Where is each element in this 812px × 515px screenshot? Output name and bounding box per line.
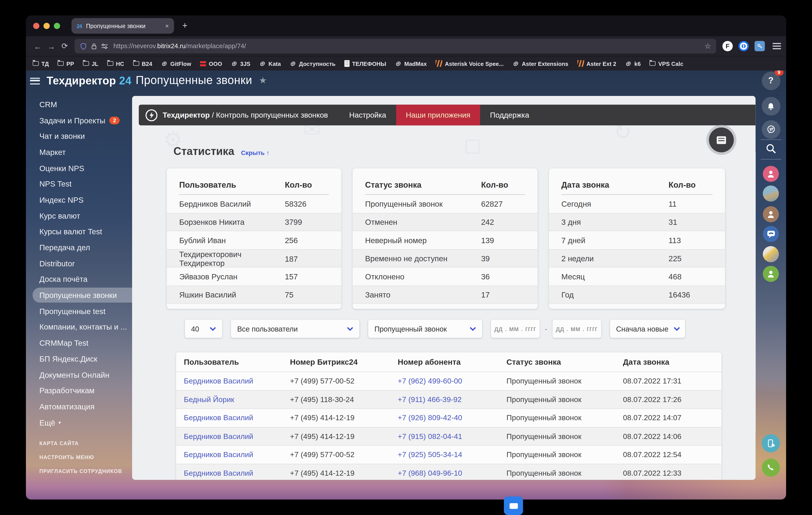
blue-widget[interactable] [504, 496, 523, 515]
avatar-photo-group[interactable] [763, 246, 779, 262]
avatar[interactable] [763, 266, 779, 282]
key-extension-icon[interactable] [755, 41, 765, 51]
user-link[interactable]: Бердников Василий [184, 451, 290, 459]
bookmark-item[interactable]: НС [107, 60, 124, 66]
phone-icon [766, 463, 775, 472]
bookmark-item[interactable]: MadMax [395, 60, 427, 67]
url-text[interactable]: https://neverov.bitrix24.ru/marketplace/… [113, 43, 700, 50]
onepassword-icon[interactable] [738, 41, 749, 51]
permissions-icon[interactable] [101, 43, 108, 49]
abonent-number-link[interactable]: +7 (911) 466-39-92 [398, 395, 506, 404]
sidebar-menu-item[interactable]: CRMMap Test [39, 335, 133, 351]
lock-icon[interactable] [91, 43, 97, 49]
address-bar[interactable]: https://neverov.bitrix24.ru/marketplace/… [75, 39, 716, 53]
app-nav-item[interactable]: Наши приложения [396, 105, 480, 126]
bookmark-item[interactable]: Kata [259, 60, 281, 67]
bookmark-item[interactable]: ООО [200, 60, 222, 66]
sidebar-menu-item[interactable]: Пропущенные звонки [39, 287, 133, 303]
sidebar-menu-item[interactable]: Индекс NPS [39, 192, 133, 208]
user-link[interactable]: Бердников Василий [184, 432, 290, 440]
app-logo[interactable]: Техдиректор 24 [47, 75, 132, 87]
sidebar-menu-item[interactable]: Оценки NPS [39, 160, 133, 176]
status-filter-select[interactable]: Пропущенный звонок [368, 320, 482, 338]
back-button[interactable]: ← [31, 42, 45, 51]
bookmark-item[interactable]: 3JS [231, 60, 250, 67]
minimize-window-icon[interactable] [44, 23, 50, 29]
maximize-window-icon[interactable] [54, 23, 60, 29]
user-link[interactable]: Бедный Йорик [184, 395, 290, 404]
bookmark-item[interactable]: k6 [625, 60, 641, 67]
user-link[interactable]: Бердников Василий [184, 413, 290, 422]
sort-select[interactable]: Сначала новые [610, 320, 685, 338]
sidebar-menu-item[interactable]: Автоматизация [39, 399, 133, 414]
sidebar-menu-item[interactable]: Маркет [39, 144, 133, 160]
abonent-number-link[interactable]: +7 (925) 505-34-14 [398, 451, 506, 459]
phone-button[interactable] [762, 459, 780, 477]
sidebar-footer-link[interactable]: КАРТА САЙТА [39, 436, 122, 450]
sidebar-footer-link[interactable]: ПРИГЛАСИТЬ СОТРУДНИКОВ [39, 464, 122, 478]
search-button[interactable] [765, 143, 777, 157]
forward-button[interactable]: → [45, 42, 58, 51]
new-tab-button[interactable]: + [182, 21, 187, 31]
close-window-icon[interactable] [33, 23, 39, 29]
sidebar-menu-item[interactable]: Distributor [39, 255, 133, 271]
abonent-number-link[interactable]: +7 (926) 809-42-40 [398, 413, 506, 422]
app-nav-item[interactable]: Настройка [339, 105, 396, 126]
bookmark-item[interactable]: ТД [33, 60, 49, 66]
sidebar-menu-item[interactable]: Курсы валют Test [39, 224, 133, 240]
bookmark-item[interactable]: Доступность [290, 60, 336, 67]
tracking-shield-icon[interactable] [80, 42, 87, 50]
sidebar-menu-item[interactable]: Ещё [39, 414, 133, 430]
bookmark-item[interactable]: Aster Extensions [513, 60, 568, 67]
sidebar-menu-item[interactable]: Документы Онлайн [39, 367, 133, 383]
sidebar-menu-item[interactable]: Курс валют [39, 208, 133, 224]
sidebar-hamburger-icon[interactable] [30, 77, 40, 84]
tab-close-icon[interactable]: × [165, 22, 169, 30]
hide-statistics-link[interactable]: Скрыть ↑ [241, 149, 269, 157]
messenger-button[interactable] [761, 120, 780, 139]
sidebar-footer-link[interactable]: НАСТРОИТЬ МЕНЮ [39, 450, 122, 464]
bookmark-item[interactable]: ТЕЛЕФОНЫ [344, 60, 386, 67]
sidebar-menu-item[interactable]: CRM [39, 97, 133, 112]
mobile-app-button[interactable] [762, 434, 780, 453]
feedback-float-button[interactable] [706, 125, 736, 155]
sidebar-menu-item[interactable]: Пропущенные test [39, 303, 133, 319]
browser-menu-icon[interactable] [773, 43, 781, 49]
bookmark-star-icon[interactable]: ☆ [704, 42, 711, 50]
abonent-number-link[interactable]: +7 (915) 082-04-41 [398, 432, 506, 440]
avatar[interactable] [763, 166, 779, 182]
extension-f-icon[interactable]: F [722, 41, 733, 51]
sidebar-menu-item[interactable]: Задачи и Проекты 2 [39, 112, 133, 128]
bookmark-item[interactable]: Asterisk Voice Spee... [436, 60, 504, 67]
favorite-star-icon[interactable]: ★ [259, 75, 267, 86]
sidebar-menu-item[interactable]: БП Яндекс.Диск [39, 351, 133, 367]
avatar-photo[interactable] [763, 185, 779, 201]
sidebar-menu-item[interactable]: Передача дел [39, 240, 133, 255]
bookmark-item[interactable]: PP [58, 60, 74, 66]
bookmark-item[interactable]: JL [83, 60, 98, 66]
avatar[interactable] [763, 206, 779, 222]
user-link[interactable]: Бердников Василий [184, 469, 290, 477]
sidebar-menu-item[interactable]: Разработчикам [39, 383, 133, 399]
sidebar-menu-item[interactable]: Компании, контакты и ... [39, 319, 133, 335]
abonent-number-link[interactable]: +7 (968) 049-96-10 [398, 469, 506, 477]
sidebar-menu-item[interactable]: Доска почёта [39, 271, 133, 287]
abonent-number-link[interactable]: +7 (962) 499-60-00 [398, 377, 506, 385]
bookmark-item[interactable]: GitFlow [161, 60, 191, 67]
user-filter-select[interactable]: Все пользователи [231, 320, 359, 338]
sidebar-menu-item[interactable]: NPS Test [39, 176, 133, 192]
user-link[interactable]: Бердников Василий [184, 377, 290, 385]
browser-tab[interactable]: 24 Пропущенные звонки × [71, 18, 174, 34]
date-to-input[interactable]: дд . мм . гггг [552, 320, 601, 338]
bookmark-item[interactable]: B24 [133, 60, 152, 66]
help-button[interactable]: ? 9 [761, 72, 780, 90]
bookmark-item[interactable]: VPS Calc [649, 60, 683, 66]
app-nav-item[interactable]: Поддержка [480, 105, 539, 126]
bookmark-item[interactable]: Aster Ext 2 [577, 60, 616, 67]
date-from-input[interactable]: дд . мм . гггг [491, 320, 540, 338]
group-chat-button[interactable] [763, 226, 779, 242]
reload-button[interactable]: ⟳ [58, 42, 71, 51]
notifications-button[interactable] [761, 97, 780, 115]
page-size-select[interactable]: 40 [185, 320, 222, 338]
sidebar-menu-item[interactable]: Чат и звонки [39, 128, 133, 144]
